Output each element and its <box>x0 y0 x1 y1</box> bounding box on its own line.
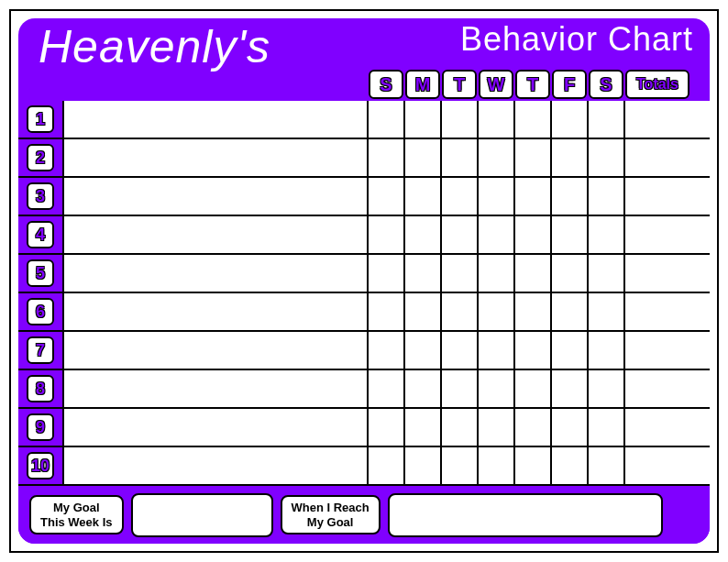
day-cell[interactable] <box>405 370 442 407</box>
day-cell[interactable] <box>442 370 479 407</box>
day-cell[interactable] <box>589 332 625 369</box>
total-cell[interactable] <box>625 447 710 484</box>
day-cell[interactable] <box>515 293 552 330</box>
task-cell[interactable] <box>64 293 369 330</box>
day-cell[interactable] <box>515 409 552 446</box>
task-cell[interactable] <box>64 101 369 138</box>
day-cell[interactable] <box>515 216 552 253</box>
reach-goal-box[interactable] <box>388 493 663 537</box>
day-headers: S M T W T F S Totals <box>369 70 689 99</box>
task-cell[interactable] <box>64 178 369 215</box>
day-cell[interactable] <box>442 178 479 215</box>
day-cell[interactable] <box>589 178 625 215</box>
day-cell[interactable] <box>442 139 479 176</box>
goal-week-box[interactable] <box>131 493 273 537</box>
day-cell[interactable] <box>552 255 589 292</box>
day-header-thu: T <box>515 70 550 99</box>
row-num-area: 7 <box>18 332 64 369</box>
row-num-area: 6 <box>18 293 64 330</box>
day-cell[interactable] <box>479 409 515 446</box>
day-cell[interactable] <box>552 409 589 446</box>
task-cell[interactable] <box>64 139 369 176</box>
day-cell[interactable] <box>405 139 442 176</box>
row-num-area: 1 <box>18 101 64 138</box>
day-cell[interactable] <box>479 216 515 253</box>
day-cell[interactable] <box>479 178 515 215</box>
day-cell[interactable] <box>369 216 405 253</box>
day-cell[interactable] <box>589 447 625 484</box>
day-cell[interactable] <box>369 370 405 407</box>
total-cell[interactable] <box>625 101 710 138</box>
day-cell[interactable] <box>479 255 515 292</box>
day-cell[interactable] <box>405 216 442 253</box>
day-cell[interactable] <box>552 101 589 138</box>
row-number: 8 <box>27 375 54 402</box>
day-cell[interactable] <box>479 447 515 484</box>
day-cell[interactable] <box>442 447 479 484</box>
task-cell[interactable] <box>64 409 369 446</box>
day-cell[interactable] <box>405 293 442 330</box>
task-cell[interactable] <box>64 447 369 484</box>
task-cell[interactable] <box>64 216 369 253</box>
day-cell[interactable] <box>552 216 589 253</box>
day-cell[interactable] <box>589 293 625 330</box>
goal-week-label: My Goal This Week Is <box>29 495 124 534</box>
day-cell[interactable] <box>369 178 405 215</box>
task-cell[interactable] <box>64 370 369 407</box>
day-cell[interactable] <box>552 139 589 176</box>
day-cell[interactable] <box>552 293 589 330</box>
day-cell[interactable] <box>369 293 405 330</box>
day-cell[interactable] <box>405 178 442 215</box>
day-cell[interactable] <box>442 216 479 253</box>
day-cell[interactable] <box>479 370 515 407</box>
day-cell[interactable] <box>405 332 442 369</box>
day-cell[interactable] <box>515 101 552 138</box>
total-cell[interactable] <box>625 332 710 369</box>
day-cell[interactable] <box>589 370 625 407</box>
total-cell[interactable] <box>625 255 710 292</box>
day-cell[interactable] <box>442 255 479 292</box>
day-cell[interactable] <box>405 255 442 292</box>
day-cell[interactable] <box>515 332 552 369</box>
day-cell[interactable] <box>589 139 625 176</box>
day-cell[interactable] <box>515 255 552 292</box>
day-cell[interactable] <box>552 370 589 407</box>
day-cell[interactable] <box>552 178 589 215</box>
day-cell[interactable] <box>515 178 552 215</box>
day-cell[interactable] <box>479 139 515 176</box>
day-cell[interactable] <box>405 409 442 446</box>
total-cell[interactable] <box>625 178 710 215</box>
day-cell[interactable] <box>552 447 589 484</box>
total-cell[interactable] <box>625 409 710 446</box>
day-cell[interactable] <box>405 101 442 138</box>
day-cell[interactable] <box>442 101 479 138</box>
total-cell[interactable] <box>625 216 710 253</box>
total-cell[interactable] <box>625 293 710 330</box>
day-cell[interactable] <box>369 139 405 176</box>
day-cell[interactable] <box>515 139 552 176</box>
total-cell[interactable] <box>625 139 710 176</box>
day-cell[interactable] <box>515 447 552 484</box>
day-cell[interactable] <box>552 332 589 369</box>
day-cell[interactable] <box>369 447 405 484</box>
day-cell[interactable] <box>369 255 405 292</box>
row-number: 10 <box>27 452 54 479</box>
day-cell[interactable] <box>589 101 625 138</box>
day-cell[interactable] <box>589 255 625 292</box>
day-cell[interactable] <box>589 409 625 446</box>
total-cell[interactable] <box>625 370 710 407</box>
day-cell[interactable] <box>479 101 515 138</box>
day-cell[interactable] <box>369 101 405 138</box>
day-cell[interactable] <box>479 293 515 330</box>
day-cell[interactable] <box>442 332 479 369</box>
day-cell[interactable] <box>405 447 442 484</box>
task-cell[interactable] <box>64 332 369 369</box>
day-cell[interactable] <box>479 332 515 369</box>
day-cell[interactable] <box>515 370 552 407</box>
day-cell[interactable] <box>369 409 405 446</box>
day-cell[interactable] <box>442 409 479 446</box>
day-cell[interactable] <box>442 293 479 330</box>
day-cell[interactable] <box>369 332 405 369</box>
day-cell[interactable] <box>589 216 625 253</box>
task-cell[interactable] <box>64 255 369 292</box>
